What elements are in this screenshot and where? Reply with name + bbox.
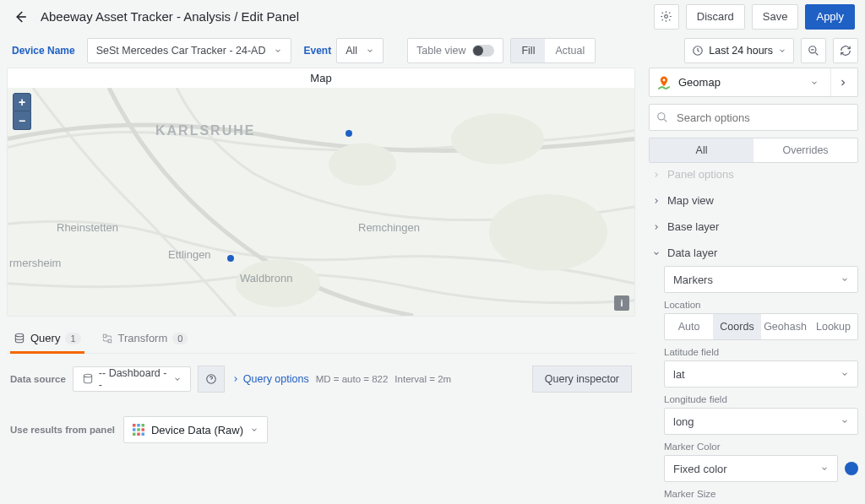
svg-rect-14 — [133, 428, 136, 431]
svg-rect-15 — [137, 428, 140, 431]
svg-point-7 — [236, 260, 320, 307]
page-title: Abeeway Asset Tracker - Analysis / Edit … — [41, 9, 299, 24]
svg-rect-13 — [141, 424, 144, 427]
tab-query[interactable]: Query 1 — [10, 325, 84, 353]
lon-label: Longitude field — [664, 394, 858, 404]
options-tab-overrides[interactable]: Overrides — [753, 138, 857, 162]
svg-point-4 — [329, 143, 396, 185]
geomap-icon — [656, 75, 672, 90]
marker-color-label: Marker Color — [664, 442, 858, 452]
location-geohash[interactable]: Geohash — [761, 314, 809, 339]
section-panel-options[interactable]: Panel options — [649, 170, 858, 187]
chevron-down-icon — [841, 275, 849, 284]
map-attribution-button[interactable]: i — [614, 295, 629, 311]
svg-point-0 — [665, 15, 668, 19]
svg-point-9 — [84, 374, 91, 377]
marker-color-select[interactable]: Fixed color — [664, 455, 838, 482]
svg-rect-19 — [141, 433, 144, 436]
search-options-field[interactable] — [675, 111, 851, 125]
transform-icon — [101, 333, 113, 344]
panel-title: Map — [8, 68, 634, 88]
database-icon — [82, 373, 94, 385]
next-visualization-button[interactable] — [830, 68, 854, 96]
query-inspector-button[interactable]: Query inspector — [532, 366, 632, 393]
tab-transform[interactable]: Transform 0 — [98, 325, 192, 353]
chevron-right-icon — [838, 78, 848, 88]
save-button[interactable]: Save — [752, 4, 799, 30]
chevron-right-icon — [652, 197, 661, 205]
results-panel-select[interactable]: Device Data (Raw) — [123, 416, 268, 443]
chevron-right-icon — [652, 223, 661, 231]
marker-color-swatch[interactable] — [845, 462, 858, 475]
location-lookup[interactable]: Lookup — [809, 314, 857, 339]
section-map-view[interactable]: Map view — [649, 187, 858, 214]
query-count-badge: 1 — [65, 333, 80, 344]
chevron-down-icon — [173, 375, 182, 383]
svg-point-20 — [663, 79, 666, 81]
visualization-picker[interactable]: Geomap — [649, 68, 858, 97]
location-auto[interactable]: Auto — [665, 314, 713, 339]
md-text: MD = auto = 822 — [316, 374, 389, 384]
svg-rect-12 — [137, 424, 140, 427]
map-marker — [227, 255, 234, 262]
fill-seg[interactable]: Fill — [511, 39, 545, 62]
gear-icon — [660, 10, 672, 23]
chevron-down-icon — [250, 425, 258, 434]
map-canvas[interactable]: KARLSRUHE Rheinstetten Ettlingen Waldbro… — [8, 88, 634, 316]
discard-button[interactable]: Discard — [686, 4, 745, 30]
svg-point-5 — [451, 113, 544, 164]
back-button[interactable] — [10, 7, 30, 27]
table-view-toggle[interactable]: Table view — [407, 38, 503, 63]
location-label: Location — [664, 300, 858, 310]
chevron-down-icon — [805, 79, 824, 87]
question-icon — [205, 373, 217, 385]
options-tab-all[interactable]: All — [650, 138, 753, 162]
location-mode-group[interactable]: Auto Coords Geohash Lookup — [664, 313, 858, 340]
device-name-select[interactable]: SeSt Mercedes Car Tracker - 24-AD — [87, 38, 292, 63]
chevron-down-icon — [841, 370, 849, 378]
map-zoom-in[interactable]: + — [13, 93, 31, 111]
location-coords[interactable]: Coords — [713, 314, 761, 339]
map-zoom-out[interactable]: − — [13, 111, 31, 130]
chevron-down-icon — [820, 464, 829, 473]
database-icon — [14, 333, 25, 344]
svg-rect-16 — [141, 428, 144, 431]
search-options-input[interactable] — [649, 104, 858, 131]
search-icon — [656, 111, 668, 123]
svg-rect-11 — [133, 424, 136, 427]
marker-size-label: Marker Size — [664, 489, 858, 497]
lon-field-select[interactable]: long — [664, 408, 858, 435]
chevron-down-icon — [366, 46, 374, 55]
apply-button[interactable]: Apply — [805, 4, 855, 30]
event-label: Event — [298, 45, 336, 57]
section-data-layer[interactable]: Data layer — [649, 240, 858, 266]
query-options-toggle[interactable]: Query options — [231, 373, 309, 385]
svg-rect-18 — [137, 433, 140, 436]
toggle-switch-icon — [472, 45, 494, 57]
zoom-out-button[interactable] — [801, 38, 826, 63]
chevron-right-icon — [652, 171, 661, 179]
data-source-select[interactable]: -- Dashboard -- — [73, 366, 191, 392]
svg-rect-17 — [133, 433, 136, 436]
use-results-label: Use results from panel — [10, 425, 115, 435]
svg-point-6 — [489, 194, 607, 271]
svg-point-21 — [658, 113, 665, 120]
interval-text: Interval = 2m — [394, 374, 451, 384]
event-select[interactable]: All — [336, 38, 384, 63]
fill-actual-toggle[interactable]: Fill Actual — [510, 38, 596, 63]
refresh-button[interactable] — [833, 38, 858, 63]
panel-settings-button[interactable] — [654, 4, 679, 30]
device-name-label: Device Name — [7, 45, 80, 57]
map-marker — [345, 130, 352, 137]
refresh-icon — [840, 45, 851, 57]
layer-type-select[interactable]: Markers — [664, 266, 858, 293]
chevron-down-icon — [652, 249, 661, 257]
actual-seg[interactable]: Actual — [545, 39, 595, 62]
datasource-help-button[interactable] — [198, 366, 225, 393]
chevron-down-icon — [841, 417, 849, 425]
chevron-down-icon — [778, 46, 786, 55]
lat-field-select[interactable]: lat — [664, 360, 858, 387]
section-base-layer[interactable]: Base layer — [649, 214, 858, 240]
chevron-down-icon — [274, 46, 282, 55]
time-range-picker[interactable]: Last 24 hours — [684, 38, 794, 63]
